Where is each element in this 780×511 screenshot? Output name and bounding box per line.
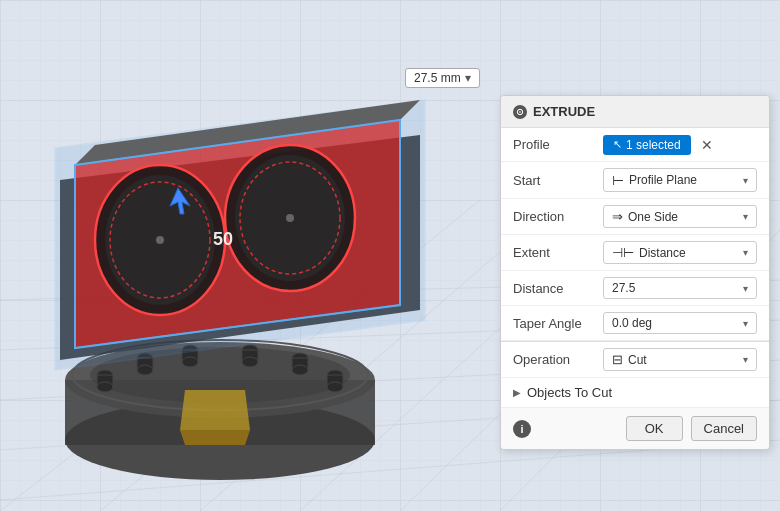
svg-text:50: 50: [213, 229, 233, 249]
extent-value: ⊣⊢ Distance ▾: [603, 241, 757, 264]
direction-dropdown-text: One Side: [628, 210, 678, 224]
profile-clear-button[interactable]: ✕: [697, 137, 717, 153]
start-row: Start ⊢ Profile Plane ▾: [501, 162, 769, 199]
operation-dropdown[interactable]: ⊟ Cut ▾: [603, 348, 757, 371]
svg-marker-36: [180, 390, 250, 430]
distance-value: 27.5 ▾: [603, 277, 757, 299]
extent-dropdown-arrow: ▾: [743, 247, 748, 258]
operation-dropdown-text: Cut: [628, 353, 647, 367]
cut-icon: ⊟: [612, 352, 623, 367]
extent-icon: ⊣⊢: [612, 245, 634, 260]
start-dropdown-arrow: ▾: [743, 175, 748, 186]
panel-title: EXTRUDE: [533, 104, 595, 119]
taper-angle-value: 0.0 deg ▾: [603, 312, 757, 334]
svg-point-35: [327, 382, 343, 392]
panel-footer: i OK Cancel: [501, 408, 769, 449]
start-label: Start: [513, 173, 603, 188]
start-plane-icon: ⊢: [612, 172, 624, 188]
taper-angle-row: Taper Angle 0.0 deg ▾: [501, 306, 769, 341]
extrude-icon: ⊙: [513, 105, 527, 119]
objects-to-cut-row[interactable]: ▶ Objects To Cut: [501, 378, 769, 408]
start-dropdown[interactable]: ⊢ Profile Plane ▾: [603, 168, 757, 192]
distance-label: Distance: [513, 281, 603, 296]
direction-row: Direction ⇒ One Side ▾: [501, 199, 769, 235]
operation-value: ⊟ Cut ▾: [603, 348, 757, 371]
profile-label: Profile: [513, 137, 603, 152]
operation-label: Operation: [513, 352, 603, 367]
ok-button[interactable]: OK: [626, 416, 683, 441]
svg-point-56: [286, 214, 294, 222]
expand-arrow-icon: ▶: [513, 387, 521, 398]
dimension-dropdown-arrow[interactable]: ▾: [465, 71, 471, 85]
panel-header: ⊙ EXTRUDE: [501, 96, 769, 128]
start-value: ⊢ Profile Plane ▾: [603, 168, 757, 192]
svg-point-20: [97, 382, 113, 392]
svg-point-26: [182, 357, 198, 367]
profile-row: Profile ↖ 1 selected ✕: [501, 128, 769, 162]
selected-count: 1 selected: [626, 138, 681, 152]
svg-point-55: [156, 236, 164, 244]
taper-angle-input[interactable]: 0.0 deg ▾: [603, 312, 757, 334]
direction-dropdown[interactable]: ⇒ One Side ▾: [603, 205, 757, 228]
operation-row: Operation ⊟ Cut ▾: [501, 342, 769, 378]
cancel-button[interactable]: Cancel: [691, 416, 757, 441]
objects-to-cut-label: Objects To Cut: [527, 385, 612, 400]
profile-value: ↖ 1 selected ✕: [603, 135, 757, 155]
dimension-value: 27.5 mm: [414, 71, 461, 85]
svg-point-23: [137, 365, 153, 375]
distance-input-text: 27.5: [612, 281, 635, 295]
direction-value: ⇒ One Side ▾: [603, 205, 757, 228]
taper-angle-input-text: 0.0 deg: [612, 316, 652, 330]
extent-dropdown-text: Distance: [639, 246, 686, 260]
direction-dropdown-arrow: ▾: [743, 211, 748, 222]
operation-dropdown-arrow: ▾: [743, 354, 748, 365]
taper-angle-dropdown-arrow: ▾: [743, 318, 748, 329]
extent-row: Extent ⊣⊢ Distance ▾: [501, 235, 769, 271]
extent-dropdown[interactable]: ⊣⊢ Distance ▾: [603, 241, 757, 264]
extrude-panel: ⊙ EXTRUDE Profile ↖ 1 selected ✕ Start ⊢…: [500, 95, 770, 450]
distance-dropdown-arrow: ▾: [743, 283, 748, 294]
distance-row: Distance 27.5 ▾: [501, 271, 769, 306]
cursor-icon: ↖: [613, 138, 622, 151]
distance-input[interactable]: 27.5 ▾: [603, 277, 757, 299]
svg-marker-37: [180, 430, 250, 445]
taper-angle-label: Taper Angle: [513, 316, 603, 331]
footer-buttons: OK Cancel: [626, 416, 757, 441]
extent-label: Extent: [513, 245, 603, 260]
direction-icon: ⇒: [612, 209, 623, 224]
svg-point-32: [292, 365, 308, 375]
info-button[interactable]: i: [513, 420, 531, 438]
dimension-label[interactable]: 27.5 mm ▾: [405, 68, 480, 88]
svg-point-29: [242, 357, 258, 367]
profile-selected-badge[interactable]: ↖ 1 selected: [603, 135, 691, 155]
start-dropdown-text: Profile Plane: [629, 173, 697, 187]
direction-label: Direction: [513, 209, 603, 224]
